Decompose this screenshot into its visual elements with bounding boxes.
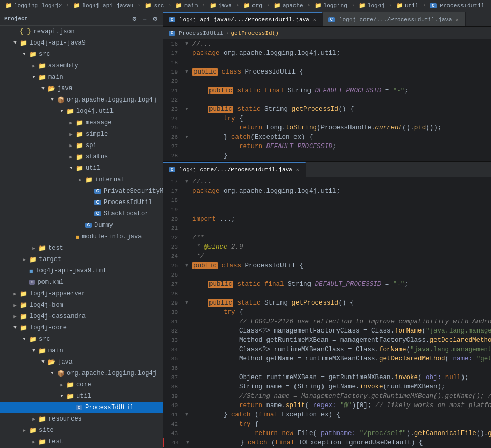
code-editor-bottom[interactable]: 17 ▼ //... 17 package org.apache.logging… [163,177,491,448]
tree-item-privatesecurity[interactable]: C PrivateSecurityManagerSt [0,185,163,197]
tab-close-btn[interactable]: ✕ [295,166,300,174]
tree-item-log4j-api-java9[interactable]: ▼ 📁 log4j-api-java9 [0,37,163,49]
tree-item-core-src[interactable]: ▼ 📁 src [0,334,163,345]
tree-item-resources[interactable]: ▶ 📁 resources [0,413,163,425]
folder-icon: 📁 [315,2,322,9]
tab-close-btn[interactable]: ✕ [455,16,460,23]
tab-core-processidutil-top[interactable]: C log4j-core/.../ProcessIdUtil.java ✕ [323,12,466,26]
fold-arrow[interactable]: ▼ [183,39,190,49]
tree-item-pom[interactable]: m pom.xml [0,277,163,288]
breadcrumb-log4j[interactable]: 📁 log4j [357,2,387,9]
tree-item-message[interactable]: ▶ 📁 message [0,117,163,128]
fold-arrow[interactable]: ▼ [183,133,190,142]
editor-split: C log4j-api-java9/.../ProcessIdUtil.java… [163,11,491,448]
tree-item-processidutil-core[interactable]: C ProcessIdUtil [0,402,163,413]
folder-icon: 📁 [66,381,74,389]
breadcrumb-logging[interactable]: 📁 logging-log4j2 [3,2,64,9]
tree-item-assembly[interactable]: ▶ 📁 assembly [0,60,163,71]
tree-item-status[interactable]: ▶ 📁 status [0,151,163,163]
breadcrumb-util[interactable]: 📁 util [394,2,420,9]
tree-item-org-package[interactable]: ▼ 📦 org.apache.logging.log4j [0,94,163,106]
tab-close-btn[interactable]: ✕ [312,16,317,23]
folder-icon: 📁 [20,313,27,321]
tab-core-processidutil-bottom[interactable]: C log4j-core/.../ProcessIdUtil.java ✕ [163,162,306,177]
sidebar-gear-btn[interactable]: ⚙ [131,14,138,23]
tree-item-log4j-util[interactable]: ▼ 📁 log4j.util [0,106,163,117]
code-line: 17 package org.apache.logging.log4j.util… [163,49,491,58]
bc-method[interactable]: getProcessId() [231,30,278,36]
tree-item-log4j-appserver[interactable]: ▶ 📁 log4j-appserver [0,288,163,299]
iml-icon: ◼ [29,267,33,275]
tree-item-site[interactable]: ▶ 📁 site [0,425,163,436]
tree-item-stacklocator[interactable]: C StackLocator [0,208,163,220]
tab-bar-top: C log4j-api-java9/.../ProcessIdUtil.java… [163,11,491,27]
fold-arrow[interactable]: ▼ [183,261,190,270]
tab-label: log4j-core/.../ProcessIdUtil.java [179,167,292,173]
tab-label: log4j-core/.../ProcessIdUtil.java [339,17,452,23]
breadcrumb-java[interactable]: 📁 java [207,2,234,9]
folder-icon: 📁 [85,176,93,184]
tree-item-dummy[interactable]: C Dummy [0,220,163,231]
tree-item-core-main[interactable]: ▼ 📁 main [0,345,163,356]
fold-arrow[interactable]: ▼ [183,105,190,114]
tree-item-core-java[interactable]: ▼ 📂 java [0,356,163,368]
tree-item-core-org[interactable]: ▼ 📦 org.apache.logging.log4j [0,368,163,379]
fold-arrow[interactable]: ▼ [184,438,191,447]
code-line: 17 ▼ //... [163,177,491,186]
folder-icon: 📁 [29,427,37,435]
code-line: 33 Method getRuntimeMXBean = managementF… [163,336,491,345]
code-line: 35 Method getName = runtimeMXBeanClass.g… [163,354,491,364]
code-line: 20 [163,77,491,86]
code-line: 22 [163,95,491,105]
fold-arrow[interactable]: ▼ [183,298,190,308]
code-line: 19 [163,205,491,214]
sidebar-collapse-btn[interactable]: ≡ [141,14,148,23]
folder-icon: 📁 [76,153,83,161]
tree-item-target[interactable]: ▶ 📁 target [0,254,163,265]
fold-arrow[interactable]: ▼ [183,67,190,77]
tree-item-src[interactable]: ▼ 📁 src [0,49,163,60]
breadcrumb-apache[interactable]: 📁 apache [272,2,305,9]
tree-item-core-util[interactable]: ▼ 📁 util [0,391,163,402]
tab-api-processidutil[interactable]: C log4j-api-java9/.../ProcessIdUtil.java… [163,12,323,26]
code-editor-top[interactable]: 16 ▼ //... 17 package org.apache.logging… [163,39,491,161]
folder-icon: 📁 [274,2,281,9]
tree-item-log4j-core[interactable]: ▼ 📁 log4j-core [0,322,163,334]
folder-icon: 📁 [20,290,27,298]
fold-arrow[interactable]: ▼ [183,177,190,186]
breadcrumb-src[interactable]: 📁 src [143,2,166,9]
breadcrumb-processidutil[interactable]: C ProcessIdUtil [428,2,486,9]
src-icon: 📁 [29,51,37,59]
tree-item-log4j-bom[interactable]: ▶ 📁 log4j-bom [0,299,163,311]
tree-item-simple[interactable]: ▶ 📁 simple [0,128,163,140]
tree-item-processidutil-api[interactable]: C ProcessIdUtil [0,197,163,208]
code-line: 22 /** [163,233,491,242]
folder-icon: 📁 [20,324,27,332]
class-badge: C [169,17,175,22]
tree-item-java[interactable]: ▼ 📂 java [0,83,163,94]
tree-item-main[interactable]: ▼ 📁 main [0,71,163,83]
tree-item-spi[interactable]: ▶ 📁 spi [0,140,163,151]
fold-arrow[interactable]: ▼ [183,410,190,420]
breadcrumb-log4j-api[interactable]: 📁 log4j-api-java9 [71,2,135,9]
tree-item-internal[interactable]: ▶ 📁 internal [0,174,163,185]
folder-icon: 📁 [76,165,83,172]
tree-item-core-core[interactable]: ▶ 📁 core [0,379,163,391]
tree-item-iml[interactable]: ◼ log4j-api-java9.iml [0,265,163,277]
bc-class[interactable]: ProcessIdUtil [179,30,223,36]
code-block-top: 16 ▼ //... 17 package org.apache.logging… [163,39,491,161]
tree-item-core-test[interactable]: ▶ 📁 test [0,436,163,447]
breadcrumb-logging[interactable]: 📁 logging [313,2,349,9]
tree-item-util-sub[interactable]: ▼ 📁 util [0,163,163,174]
code-line: 28 } [163,151,491,161]
class-badge: C [328,17,335,22]
tree-item-module-info[interactable]: ◼ module-info.java [0,231,163,242]
breadcrumb-org[interactable]: 📁 org [241,2,264,9]
sidebar-settings-btn[interactable]: ⚙ [151,14,159,23]
main-layout: Project ⚙ ≡ ⚙ { } revapi.json ▼ 📁 log4j-… [0,11,491,448]
tree-item-test[interactable]: ▶ 📁 test [0,242,163,254]
tree-item-revapi[interactable]: { } revapi.json [0,26,163,37]
breadcrumb-main[interactable]: 📁 main [173,2,200,9]
folder-icon: 📁 [20,301,27,309]
tree-item-log4j-cassandra[interactable]: ▶ 📁 log4j-cassandra [0,311,163,322]
